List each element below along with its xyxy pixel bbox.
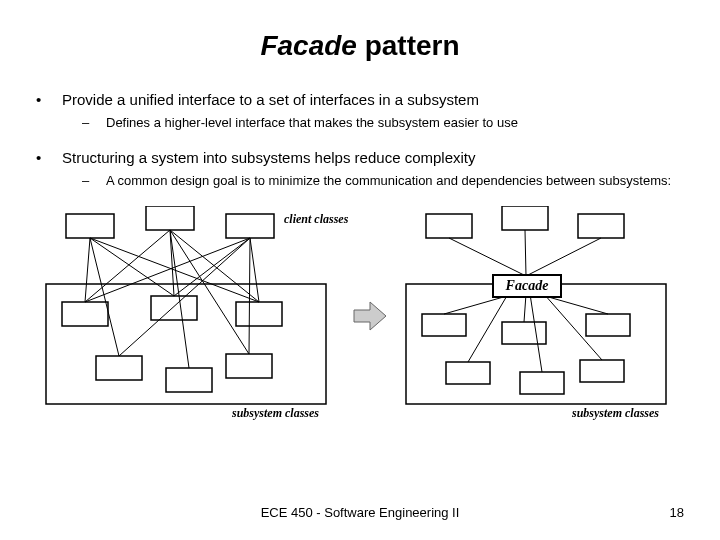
title-rest: pattern [357, 30, 460, 61]
svg-marker-24 [354, 302, 386, 330]
slide-title: Facade pattern [36, 30, 684, 62]
svg-rect-1 [66, 214, 114, 238]
svg-line-13 [90, 238, 119, 356]
bullet-dot-icon: • [36, 90, 62, 110]
svg-rect-6 [236, 302, 282, 326]
title-italic: Facade [260, 30, 357, 61]
svg-rect-26 [426, 214, 472, 238]
diagram: client classes subsystem classes [36, 206, 684, 426]
svg-line-12 [90, 238, 259, 302]
svg-line-29 [449, 238, 526, 276]
svg-line-30 [525, 230, 526, 276]
bullet-1: • Provide a unified interface to a set o… [36, 90, 684, 110]
bullet-1-sub: – Defines a higher-level interface that … [82, 114, 684, 132]
facade-box: Facade [492, 274, 562, 298]
arrow-icon [350, 298, 390, 338]
svg-line-18 [170, 230, 249, 354]
svg-line-31 [526, 238, 601, 276]
footer-center: ECE 450 - Software Engineering II [0, 505, 720, 520]
svg-line-21 [85, 238, 250, 302]
svg-line-19 [174, 238, 250, 296]
svg-rect-28 [578, 214, 624, 238]
subsystem-classes-label-right: subsystem classes [572, 406, 659, 421]
page-number: 18 [670, 505, 684, 520]
svg-rect-7 [96, 356, 142, 380]
svg-line-23 [249, 238, 250, 354]
svg-line-39 [524, 294, 526, 322]
svg-rect-32 [422, 314, 466, 336]
bullet-dot-icon: • [36, 148, 62, 168]
dash-icon: – [82, 114, 106, 132]
bullet-1-text: Provide a unified interface to a set of … [62, 90, 479, 110]
svg-rect-36 [520, 372, 564, 394]
bullet-2-text: Structuring a system into subsystems hel… [62, 148, 476, 168]
svg-rect-5 [151, 296, 197, 320]
client-classes-label-left: client classes [284, 212, 348, 227]
svg-rect-8 [166, 368, 212, 392]
svg-rect-33 [502, 322, 546, 344]
bullet-2-sub: – A common design goal is to minimize th… [82, 172, 684, 190]
svg-line-15 [170, 230, 174, 296]
dash-icon: – [82, 172, 106, 190]
right-diagram-svg [396, 206, 696, 426]
svg-line-10 [85, 238, 90, 302]
left-diagram-svg [36, 206, 356, 426]
svg-rect-27 [502, 206, 548, 230]
bullet-2: • Structuring a system into subsystems h… [36, 148, 684, 168]
svg-line-20 [250, 238, 259, 302]
svg-rect-4 [62, 302, 108, 326]
svg-rect-2 [146, 206, 194, 230]
bullet-2-sub-text: A common design goal is to minimize the … [106, 172, 671, 190]
svg-rect-35 [446, 362, 490, 384]
svg-rect-37 [580, 360, 624, 382]
svg-rect-9 [226, 354, 272, 378]
subsystem-classes-label-left: subsystem classes [232, 406, 319, 421]
bullet-1-sub-text: Defines a higher-level interface that ma… [106, 114, 518, 132]
svg-rect-3 [226, 214, 274, 238]
svg-rect-34 [586, 314, 630, 336]
